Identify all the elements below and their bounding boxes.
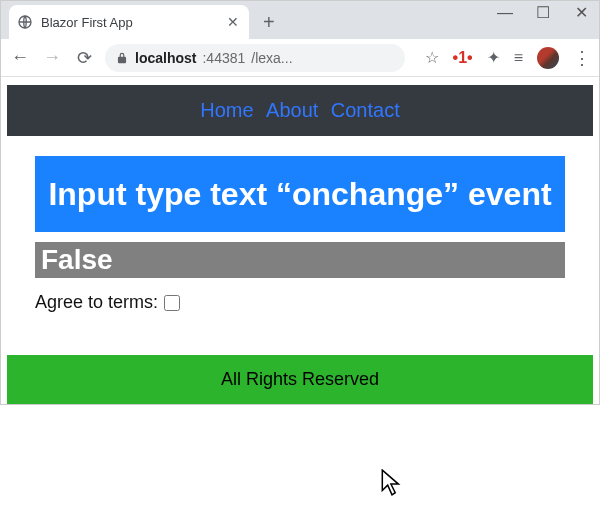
- status-value: False: [35, 242, 565, 278]
- browser-tab[interactable]: Blazor First App ✕: [9, 5, 249, 39]
- reading-list-icon[interactable]: ≡: [514, 49, 523, 67]
- url-path: /lexa...: [251, 50, 292, 66]
- profile-avatar[interactable]: [537, 47, 559, 69]
- back-button[interactable]: ←: [9, 47, 31, 69]
- page-viewport: Home About Contact Input type text “onch…: [1, 77, 599, 404]
- agree-terms-checkbox[interactable]: [164, 295, 180, 311]
- window-maximize-icon[interactable]: ☐: [531, 5, 555, 21]
- window-close-icon[interactable]: ✕: [569, 5, 593, 21]
- tab-title: Blazor First App: [41, 15, 221, 30]
- bookmark-star-icon[interactable]: ☆: [425, 48, 439, 67]
- browser-menu-icon[interactable]: ⋮: [573, 47, 591, 69]
- mouse-cursor-icon: [381, 469, 403, 501]
- window-minimize-icon[interactable]: —: [493, 5, 517, 21]
- url-host: localhost: [135, 50, 196, 66]
- nav-link-home[interactable]: Home: [200, 99, 253, 121]
- page-heading: Input type text “onchange” event: [35, 156, 565, 232]
- site-footer: All Rights Reserved: [7, 355, 593, 404]
- forward-button[interactable]: →: [41, 47, 63, 69]
- extension-lastpass-icon[interactable]: •1•: [453, 49, 473, 67]
- window-titlebar: Blazor First App ✕ + — ☐ ✕: [1, 1, 599, 39]
- close-tab-icon[interactable]: ✕: [227, 14, 239, 30]
- extensions-icon[interactable]: ✦: [487, 48, 500, 67]
- site-navbar: Home About Contact: [7, 85, 593, 136]
- globe-icon: [17, 14, 33, 30]
- reload-button[interactable]: ⟳: [73, 47, 95, 69]
- footer-text: All Rights Reserved: [221, 369, 379, 389]
- url-port: :44381: [202, 50, 245, 66]
- checkbox-label: Agree to terms:: [35, 292, 158, 313]
- lock-icon: [115, 51, 129, 65]
- address-bar[interactable]: localhost:44381/lexa...: [105, 44, 405, 72]
- nav-link-contact[interactable]: Contact: [331, 99, 400, 121]
- browser-toolbar: ← → ⟳ localhost:44381/lexa... ☆ •1• ✦ ≡ …: [1, 39, 599, 77]
- new-tab-button[interactable]: +: [263, 5, 275, 39]
- nav-link-about[interactable]: About: [266, 99, 318, 121]
